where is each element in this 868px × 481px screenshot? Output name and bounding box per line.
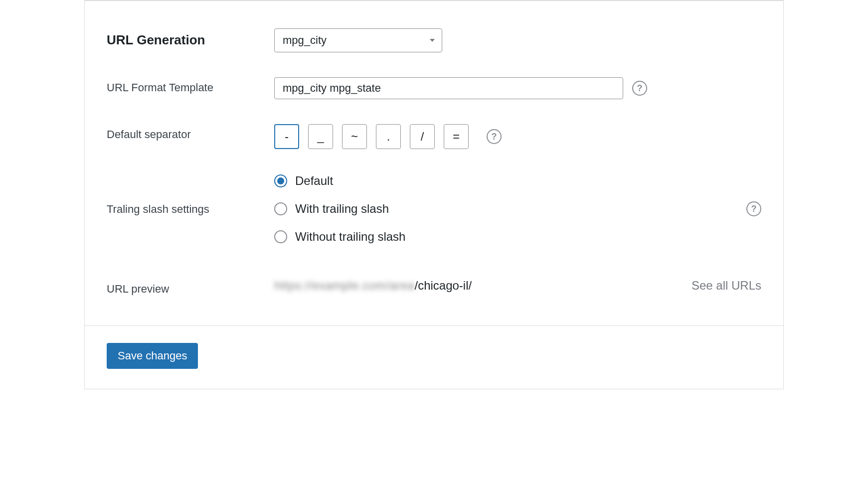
trailing-slash-label: Traling slash settings (107, 203, 209, 215)
label-format-template: URL Format Template (107, 77, 274, 94)
section-title: URL Generation (107, 32, 205, 47)
label-trailing-slash: Traling slash settings (107, 174, 274, 216)
separator-hyphen[interactable]: - (274, 124, 299, 149)
separator-group: - _ ~ . / = ? (274, 124, 502, 149)
radio-with-trailing[interactable]: With trailing slash (274, 202, 405, 216)
radio-icon (274, 202, 287, 215)
field-format-template: ? (274, 77, 761, 99)
field-trailing-slash: Default With trailing slash Without trai… (274, 174, 761, 244)
url-preview-suffix: /chicago-il/ (414, 279, 472, 293)
field-url-generation: mpg_city (274, 28, 761, 52)
url-preview-blurred: https://example.com/area (274, 279, 414, 293)
radio-default[interactable]: Default (274, 174, 405, 188)
url-preview-label: URL preview (107, 283, 169, 295)
separator-dot[interactable]: . (376, 124, 401, 149)
label-url-preview: URL preview (107, 279, 274, 296)
separator-tilde[interactable]: ~ (342, 124, 367, 149)
settings-panel: URL Generation mpg_city URL Format Templ… (84, 0, 784, 389)
field-url-preview: https://example.com/area/chicago-il/ See… (274, 279, 761, 293)
separator-slash[interactable]: / (410, 124, 435, 149)
row-format-template: URL Format Template ? (107, 77, 761, 99)
row-separator: Default separator - _ ~ . / = ? (107, 124, 761, 149)
help-icon[interactable]: ? (632, 81, 647, 96)
save-changes-button[interactable]: Save changes (107, 343, 198, 369)
url-generation-select[interactable]: mpg_city (274, 28, 442, 52)
format-template-input[interactable] (274, 77, 623, 99)
row-url-preview: URL preview https://example.com/area/chi… (107, 279, 761, 296)
radio-with-trailing-label: With trailing slash (295, 202, 389, 216)
radio-icon (274, 230, 287, 243)
url-preview-value: https://example.com/area/chicago-il/ (274, 279, 472, 293)
panel-footer: Save changes (85, 325, 783, 389)
url-generation-select-wrap: mpg_city (274, 28, 442, 52)
format-template-label: URL Format Template (107, 81, 213, 94)
trailing-radio-group: Default With trailing slash Without trai… (274, 174, 405, 244)
separator-underscore[interactable]: _ (308, 124, 333, 149)
help-icon[interactable]: ? (746, 201, 761, 216)
radio-default-label: Default (295, 174, 333, 188)
row-trailing-slash: Traling slash settings Default With trai… (107, 174, 761, 244)
radio-without-trailing[interactable]: Without trailing slash (274, 230, 405, 244)
radio-icon (274, 174, 287, 187)
help-icon[interactable]: ? (487, 129, 502, 144)
radio-without-trailing-label: Without trailing slash (295, 230, 405, 244)
separator-label: Default separator (107, 128, 191, 141)
label-url-generation: URL Generation (107, 28, 274, 48)
field-separator: - _ ~ . / = ? (274, 124, 761, 149)
row-url-generation: URL Generation mpg_city (107, 28, 761, 52)
see-all-urls-link[interactable]: See all URLs (692, 279, 761, 293)
separator-equals[interactable]: = (444, 124, 469, 149)
panel-body: URL Generation mpg_city URL Format Templ… (85, 0, 783, 325)
label-separator: Default separator (107, 124, 274, 141)
